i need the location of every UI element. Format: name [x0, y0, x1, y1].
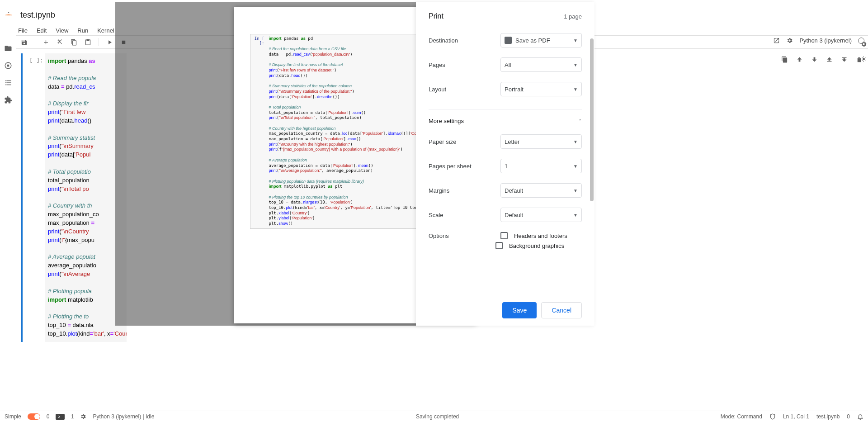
chevron-down-icon: ▼ [573, 62, 578, 67]
status-one: 1 [71, 413, 74, 420]
layout-label: Layout [429, 86, 487, 93]
bell-icon[interactable] [857, 413, 863, 420]
menu-view[interactable]: View [56, 27, 68, 34]
chevron-down-icon: ▼ [573, 139, 578, 144]
destination-select[interactable]: Save as PDF ▼ [500, 33, 582, 47]
menu-kernel[interactable]: Kernel [97, 27, 114, 34]
paper-size-label: Paper size [429, 138, 487, 145]
more-settings-toggle[interactable]: More settings ⌃ [429, 118, 582, 124]
pages-per-sheet-select[interactable]: 1 ▼ [500, 159, 582, 173]
menu-run[interactable]: Run [77, 27, 88, 34]
scale-label: Scale [429, 212, 487, 218]
print-prompt: In [ ]: [250, 34, 266, 228]
pages-per-sheet-label: Pages per sheet [429, 163, 487, 170]
paste-icon[interactable] [85, 39, 91, 46]
options-label: Options [429, 232, 487, 239]
save-button[interactable]: Save [502, 302, 537, 318]
status-kernel[interactable]: Python 3 (ipykernel) | Idle [93, 413, 154, 420]
notebook-title: test.ipynb [20, 10, 55, 20]
debug-rail-icon[interactable] [860, 56, 867, 62]
destination-label: Destination [429, 37, 487, 44]
chevron-down-icon: ▼ [573, 87, 578, 92]
save-icon[interactable] [21, 39, 28, 46]
jupyter-logo [4, 10, 14, 20]
copy-icon[interactable] [71, 39, 77, 46]
running-icon[interactable] [4, 62, 12, 70]
print-page-count: 1 page [564, 13, 582, 20]
headers-footers-checkbox[interactable] [500, 232, 508, 239]
folder-icon[interactable] [4, 44, 12, 52]
pages-select[interactable]: All ▼ [500, 57, 582, 72]
headers-footers-label: Headers and footers [514, 232, 567, 239]
background-graphics-label: Background graphics [509, 242, 564, 249]
settings-rail-icon[interactable] [860, 41, 867, 47]
margins-label: Margins [429, 187, 487, 194]
layout-select[interactable]: Portrait ▼ [500, 82, 582, 96]
status-simple[interactable]: Simple [5, 413, 21, 420]
terminal-icon[interactable]: >_ [56, 414, 64, 420]
scale-select[interactable]: Default ▼ [500, 208, 582, 222]
margins-select[interactable]: Default ▼ [500, 183, 582, 198]
menu-file[interactable]: File [18, 27, 28, 34]
gear-icon[interactable] [786, 37, 793, 44]
chevron-up-icon: ⌃ [578, 119, 582, 123]
status-zero: 0 [47, 413, 50, 420]
run-icon[interactable] [106, 39, 113, 46]
print-panel-scrollbar[interactable] [590, 38, 594, 201]
toc-icon[interactable] [4, 79, 12, 87]
chevron-down-icon: ▼ [573, 188, 578, 193]
code-cell[interactable]: [ ]: import pandas as # Read the popula … [21, 53, 129, 342]
cancel-button[interactable]: Cancel [541, 302, 582, 318]
extension-icon[interactable] [4, 96, 12, 104]
status-bar: Simple 0 >_ 1 Python 3 (ipykernel) | Idl… [0, 411, 868, 422]
cut-icon[interactable] [57, 39, 63, 46]
chevron-down-icon: ▼ [573, 213, 578, 218]
background-graphics-checkbox[interactable] [495, 242, 503, 249]
gear-status-icon[interactable] [80, 413, 86, 420]
menu-bar: File Edit View Run Kernel [18, 25, 114, 36]
cell-code[interactable]: import pandas as # Read the popula data … [45, 53, 127, 342]
move-up-icon[interactable] [796, 56, 803, 63]
pages-label: Pages [429, 62, 487, 68]
shield-icon [769, 413, 776, 420]
pdf-icon [505, 37, 512, 44]
status-saving: Saving completed [416, 413, 459, 420]
kernel-name[interactable]: Python 3 (ipykernel) [799, 37, 852, 44]
simple-toggle[interactable] [28, 413, 40, 420]
menu-edit[interactable]: Edit [37, 27, 47, 34]
insert-below-icon[interactable] [841, 56, 848, 63]
status-file: test.ipynb [816, 413, 840, 420]
print-title: Print [429, 12, 443, 20]
svg-point-1 [863, 58, 865, 60]
status-mode: Mode: Command [721, 413, 762, 420]
paper-size-select[interactable]: Letter ▼ [500, 134, 582, 149]
status-zero2: 0 [847, 413, 850, 420]
insert-above-icon[interactable] [826, 56, 833, 63]
print-dialog: Print 1 page Destination Save as PDF ▼ P… [416, 2, 594, 326]
status-cursor: Ln 1, Col 1 [783, 413, 809, 420]
move-down-icon[interactable] [811, 56, 818, 63]
chevron-down-icon: ▼ [573, 164, 578, 169]
cell-prompt: [ ]: [23, 53, 45, 342]
chevron-down-icon: ▼ [573, 38, 578, 43]
svg-point-0 [8, 12, 9, 13]
svg-rect-3 [7, 65, 9, 67]
duplicate-icon[interactable] [781, 56, 788, 63]
add-cell-icon[interactable] [42, 39, 49, 46]
open-external-icon[interactable] [773, 37, 780, 44]
